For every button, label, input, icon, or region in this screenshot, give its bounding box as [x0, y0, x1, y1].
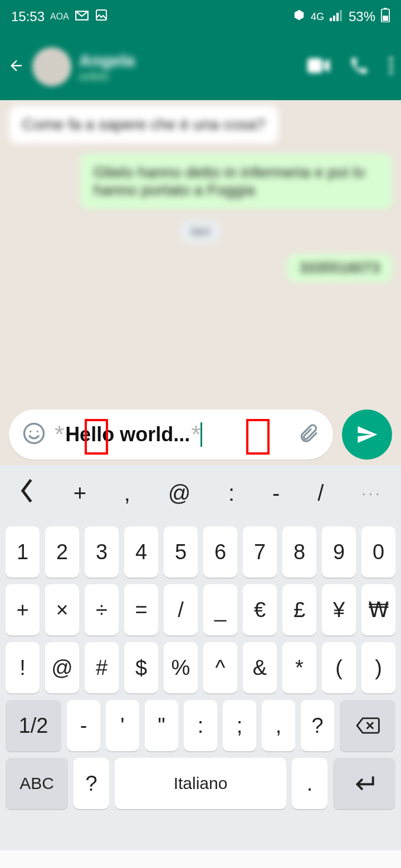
- key-pct[interactable]: %: [164, 642, 198, 693]
- key-dollar[interactable]: $: [124, 642, 158, 693]
- suggestion-key[interactable]: /: [317, 481, 324, 506]
- annotation-box-right: [246, 419, 270, 455]
- keyboard: 1 2 3 4 5 6 7 8 9 0 + × ÷ = / _ € £ ¥ ₩ …: [0, 521, 401, 850]
- key-9[interactable]: 9: [322, 526, 356, 578]
- android-nav-bar: [0, 850, 401, 868]
- suggestion-key[interactable]: ,: [124, 481, 130, 506]
- contact-block[interactable]: Angela online: [79, 51, 135, 83]
- text-cursor: [200, 422, 202, 447]
- status-bar: 15:53 AOA 4G 53%: [0, 0, 401, 33]
- key-dash[interactable]: -: [67, 700, 100, 751]
- bold-marker-close: *: [190, 422, 202, 447]
- key-under[interactable]: _: [203, 584, 237, 635]
- network-4g: 4G: [311, 12, 324, 22]
- emoji-icon[interactable]: [22, 422, 46, 447]
- key-excl[interactable]: !: [6, 642, 40, 693]
- svg-rect-7: [384, 8, 387, 9]
- key-pound[interactable]: £: [282, 584, 316, 635]
- key-7[interactable]: 7: [243, 526, 277, 578]
- svg-point-12: [25, 424, 44, 443]
- key-star[interactable]: *: [282, 642, 316, 693]
- key-enter[interactable]: [333, 758, 395, 809]
- key-hash[interactable]: #: [85, 642, 119, 693]
- send-button[interactable]: [342, 410, 392, 460]
- key-times[interactable]: ×: [45, 584, 79, 635]
- chat-body[interactable]: Come fa a sapere che è una cosa? Glielo …: [0, 100, 401, 404]
- saver-icon: [293, 9, 305, 24]
- key-div[interactable]: ÷: [85, 584, 119, 635]
- status-time: 15:53: [11, 9, 45, 24]
- svg-rect-3: [336, 13, 339, 21]
- svg-point-10: [389, 64, 393, 68]
- battery-text: 53%: [349, 9, 375, 24]
- svg-rect-0: [96, 10, 106, 20]
- voice-call-icon[interactable]: [350, 56, 369, 77]
- video-call-icon[interactable]: [307, 58, 330, 76]
- key-amp[interactable]: &: [243, 642, 277, 693]
- gmail-icon: [75, 9, 89, 24]
- key-slash[interactable]: /: [164, 584, 198, 635]
- key-0[interactable]: 0: [361, 526, 395, 578]
- key-backspace[interactable]: [340, 700, 395, 751]
- key-quote[interactable]: ": [145, 700, 178, 751]
- suggestion-key[interactable]: :: [228, 481, 234, 506]
- key-space[interactable]: Italiano: [115, 758, 286, 809]
- image-icon: [95, 8, 108, 25]
- key-lpar[interactable]: (: [322, 642, 356, 693]
- menu-icon[interactable]: [389, 57, 393, 77]
- key-caret[interactable]: ^: [203, 642, 237, 693]
- message-incoming[interactable]: Come fa a sapere che è una cosa?: [9, 106, 278, 144]
- svg-point-9: [389, 57, 393, 61]
- message-outgoing[interactable]: Glielo hanno detto in infermeria e poi l…: [80, 154, 392, 209]
- key-page[interactable]: 1/2: [6, 700, 61, 751]
- key-5[interactable]: 5: [164, 526, 198, 578]
- key-qmark[interactable]: ?: [301, 700, 334, 751]
- key-6[interactable]: 6: [203, 526, 237, 578]
- svg-rect-6: [383, 16, 388, 21]
- suggestion-more[interactable]: ···: [361, 484, 382, 502]
- key-period[interactable]: .: [292, 758, 327, 809]
- key-3[interactable]: 3: [85, 526, 119, 578]
- battery-icon: [381, 8, 390, 26]
- signal-icon: [330, 9, 343, 24]
- key-yen[interactable]: ¥: [322, 584, 356, 635]
- message-text: Hello world...: [65, 423, 190, 446]
- svg-point-14: [36, 431, 38, 433]
- contact-name: Angela: [79, 51, 135, 70]
- svg-point-11: [389, 71, 393, 75]
- key-colon[interactable]: :: [184, 700, 217, 751]
- key-at[interactable]: @: [45, 642, 79, 693]
- key-apos[interactable]: ': [106, 700, 139, 751]
- suggestion-key[interactable]: @: [168, 481, 191, 506]
- svg-point-13: [30, 431, 32, 433]
- avatar[interactable]: [32, 47, 71, 86]
- suggestion-key[interactable]: -: [272, 481, 280, 506]
- key-plus[interactable]: +: [6, 584, 40, 635]
- svg-rect-8: [307, 58, 322, 73]
- chat-header: Angela online: [0, 33, 401, 100]
- key-euro[interactable]: €: [243, 584, 277, 635]
- contact-status: online: [79, 70, 135, 83]
- key-won[interactable]: ₩: [361, 584, 395, 635]
- message-input[interactable]: * Hello world... *: [53, 422, 290, 447]
- bold-marker-open: *: [53, 422, 65, 447]
- input-row: * Hello world... *: [0, 404, 401, 465]
- key-1[interactable]: 1: [6, 526, 40, 578]
- back-icon[interactable]: [8, 57, 25, 76]
- status-aoa: AOA: [50, 12, 69, 22]
- svg-rect-2: [333, 16, 335, 21]
- suggestion-key[interactable]: +: [74, 481, 86, 506]
- attach-icon[interactable]: [297, 422, 320, 447]
- key-8[interactable]: 8: [282, 526, 316, 578]
- key-4[interactable]: 4: [124, 526, 158, 578]
- message-outgoing[interactable]: 3335516073: [287, 254, 392, 282]
- keyboard-suggestion-row: + , @ : - / ···: [0, 465, 401, 521]
- key-rpar[interactable]: ): [361, 642, 395, 693]
- key-2[interactable]: 2: [45, 526, 79, 578]
- suggestion-back-icon[interactable]: [19, 478, 36, 509]
- key-question[interactable]: ?: [74, 758, 109, 809]
- key-comma[interactable]: ,: [262, 700, 295, 751]
- key-semi[interactable]: ;: [223, 700, 256, 751]
- key-eq[interactable]: =: [124, 584, 158, 635]
- key-abc[interactable]: ABC: [6, 758, 68, 809]
